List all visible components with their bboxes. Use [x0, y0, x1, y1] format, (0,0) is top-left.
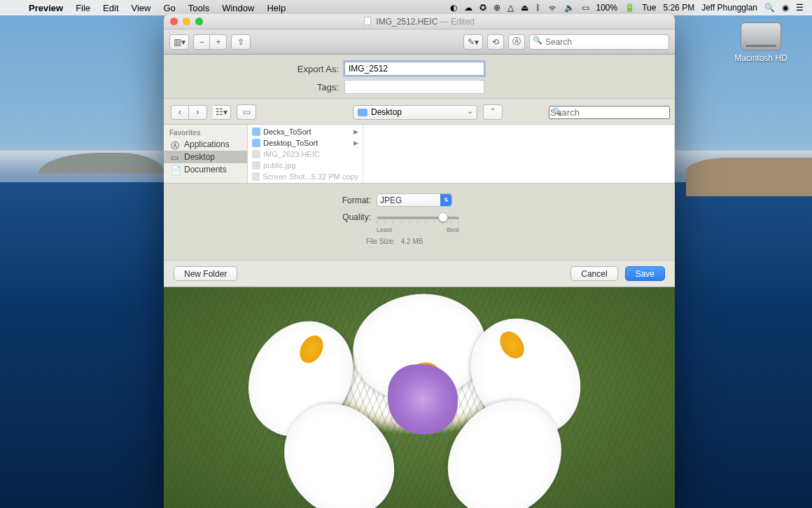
sidebar-item-applications[interactable]: Ⓐ Applications — [164, 138, 247, 151]
menu-view[interactable]: View — [125, 3, 158, 13]
display-icon[interactable]: ▭ — [582, 3, 589, 13]
sidebar-header-favorites: Favorites — [164, 128, 247, 138]
notification-center-icon[interactable]: ☰ — [796, 3, 804, 13]
image-icon — [252, 150, 260, 158]
window-titlebar[interactable]: IMG_2512.HEIC — Edited — [164, 14, 675, 29]
file-item[interactable]: Desktop_ToSort▶ — [248, 137, 363, 149]
menu-help[interactable]: Help — [260, 3, 292, 13]
file-item[interactable]: Screen Shot...5.32 PM copy — [248, 171, 363, 182]
tags-label: Tags: — [176, 82, 344, 92]
sheet-nav-row: ‹ › ☷▾ ▭ Desktop ˄ — [164, 98, 675, 125]
battery-icon[interactable]: 🔋 — [624, 3, 635, 13]
bluetooth-icon[interactable]: ᛒ — [536, 3, 540, 13]
minimize-button[interactable] — [183, 18, 190, 25]
share-button[interactable]: ⇪ — [231, 34, 251, 50]
format-select[interactable]: JPEG ⇅ — [377, 193, 452, 207]
new-folder-button[interactable]: New Folder — [174, 266, 237, 281]
image-icon — [252, 172, 260, 181]
menu-bar: Preview File Edit View Go Tools Window H… — [0, 0, 812, 15]
file-item[interactable]: seedandspar...ationdeck.pdf — [248, 182, 363, 183]
status-icon[interactable]: △ — [507, 3, 514, 13]
clock-day: Tue — [642, 3, 656, 13]
zoom-out-button[interactable]: − — [193, 34, 210, 50]
toolbar-search-input[interactable] — [529, 34, 669, 50]
applications-icon: Ⓐ — [171, 140, 181, 149]
status-icon[interactable]: ☁︎ — [464, 3, 472, 13]
filesize-label: File Size: — [356, 238, 395, 245]
menu-go[interactable]: Go — [157, 3, 181, 13]
browser-column-2 — [363, 125, 675, 183]
status-icon[interactable]: ⏏ — [521, 3, 528, 13]
image-icon — [252, 161, 260, 170]
siri-icon[interactable]: ◉ — [782, 3, 789, 13]
folder-icon — [252, 139, 260, 147]
sidebar-toggle-button[interactable]: ▥▾ — [169, 34, 189, 50]
clock-time[interactable]: 5:26 PM — [663, 3, 694, 13]
status-icon[interactable]: ◐ — [450, 3, 457, 13]
filesize-value: 4.2 MB — [401, 238, 424, 245]
volume-icon[interactable]: 🔈 — [564, 3, 575, 13]
location-popup[interactable]: Desktop — [353, 105, 477, 120]
export-sheet: Export As: Tags: ‹ › ☷▾ ▭ Desktop ˄ — [164, 55, 675, 287]
zoom-button[interactable] — [195, 18, 203, 25]
collapse-button[interactable]: ˄ — [483, 104, 503, 120]
zoom-in-button[interactable]: ＋ — [210, 34, 227, 50]
image-canvas[interactable] — [164, 287, 675, 508]
spotlight-icon[interactable]: 🔍 — [764, 3, 775, 13]
tags-input[interactable] — [344, 80, 484, 94]
highlight-button[interactable]: ✎▾ — [463, 34, 483, 50]
browser-column-1: Decks_ToSort▶ Desktop_ToSort▶ IMG_2623.H… — [248, 125, 363, 183]
file-item[interactable]: public.jpg — [248, 160, 363, 171]
sheet-footer: New Folder Cancel Save — [164, 260, 675, 287]
disk-icon — [741, 22, 781, 50]
cancel-button[interactable]: Cancel — [570, 266, 617, 281]
window-toolbar: ▥▾ − ＋ ⇪ ✎▾ ⟲ Ⓐ — [164, 29, 675, 55]
menu-tools[interactable]: Tools — [182, 3, 216, 13]
status-icon[interactable]: ✪ — [479, 3, 486, 13]
window-controls — [170, 18, 203, 25]
file-item[interactable]: Decks_ToSort▶ — [248, 126, 363, 137]
document-icon — [364, 17, 371, 25]
menu-edit[interactable]: Edit — [97, 3, 125, 13]
window-title: IMG_2512.HEIC — Edited — [364, 17, 475, 27]
rotate-button[interactable]: ⟲ — [487, 34, 504, 50]
status-icon[interactable]: ⊕ — [493, 3, 500, 13]
folder-icon — [358, 109, 368, 116]
quality-best-label: Best — [447, 226, 459, 233]
sheet-search-input[interactable] — [549, 106, 670, 119]
desktop-icon: ▭ — [171, 153, 181, 161]
location-name: Desktop — [371, 107, 402, 117]
quality-label: Quality: — [164, 212, 377, 222]
preview-window: IMG_2512.HEIC — Edited ▥▾ − ＋ ⇪ ✎▾ ⟲ Ⓐ E… — [164, 14, 675, 508]
quality-slider[interactable] — [377, 211, 459, 224]
chevron-updown-icon: ⇅ — [440, 194, 451, 206]
save-button[interactable]: Save — [625, 266, 665, 281]
export-as-label: Export As: — [176, 64, 344, 74]
browser-sidebar: Favorites Ⓐ Applications ▭ Desktop 📄 Doc… — [164, 125, 248, 183]
documents-icon: 📄 — [171, 165, 181, 174]
battery-percent: 100% — [596, 3, 618, 13]
back-button[interactable]: ‹ — [171, 105, 189, 120]
slider-thumb[interactable] — [438, 212, 448, 222]
app-menu[interactable]: Preview — [22, 3, 69, 13]
menu-file[interactable]: File — [69, 3, 97, 13]
markup-button[interactable]: Ⓐ — [508, 34, 525, 50]
export-options: Format: JPEG ⇅ Quality: Least Best Fi — [164, 184, 675, 249]
format-label: Format: — [164, 195, 377, 205]
group-button[interactable]: ▭ — [237, 104, 256, 120]
file-browser: Favorites Ⓐ Applications ▭ Desktop 📄 Doc… — [164, 125, 675, 184]
wifi-icon[interactable] — [547, 3, 557, 13]
desktop-disk-macintosh-hd[interactable]: Macintosh HD — [734, 22, 788, 63]
folder-icon — [252, 128, 260, 136]
close-button[interactable] — [170, 18, 178, 25]
forward-button[interactable]: › — [189, 105, 207, 120]
disk-label: Macintosh HD — [734, 53, 788, 63]
toolbar-search — [529, 34, 669, 50]
sidebar-item-documents[interactable]: 📄 Documents — [164, 163, 247, 176]
export-as-input[interactable] — [344, 62, 484, 76]
menu-window[interactable]: Window — [216, 3, 260, 13]
view-mode-button[interactable]: ☷▾ — [213, 105, 231, 120]
user-menu[interactable]: Jeff Phungglan — [701, 3, 757, 13]
file-item[interactable]: IMG_2623.HEIC — [248, 149, 363, 160]
sidebar-item-desktop[interactable]: ▭ Desktop — [164, 151, 247, 163]
